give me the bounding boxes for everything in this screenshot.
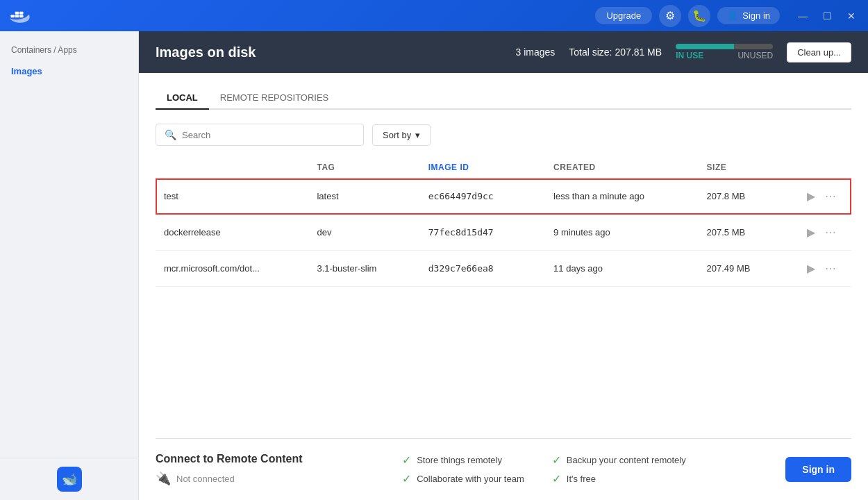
- maximize-button[interactable]: ☐: [819, 8, 836, 24]
- titlebar-right: Upgrade ⚙ 🐛 👤 Sign in — ☐ ✕: [595, 5, 860, 27]
- sidebar-nav: Containers / Apps Images: [0, 31, 138, 458]
- bottom-features: ✓ Store things remotely ✓ Collaborate wi…: [402, 453, 686, 485]
- svg-rect-3: [15, 11, 19, 14]
- row-action-more[interactable]: ▶: [804, 224, 818, 240]
- docker-logo: [8, 8, 31, 24]
- sidebar-containers-label: Containers / Apps: [11, 45, 77, 55]
- header-meta: 3 images Total size: 207.81 MB IN USE UN…: [515, 42, 851, 62]
- row-action-more[interactable]: ▶: [804, 188, 818, 204]
- bottom-panel: Connect to Remote Content 🔌 Not connecte…: [156, 438, 851, 486]
- check-icon: ✓: [402, 472, 411, 485]
- feature-text: Collaborate with your team: [417, 474, 524, 484]
- row-size: 207.49 MB: [699, 251, 796, 287]
- table-header: TAG IMAGE ID CREATED SIZE: [156, 157, 851, 178]
- content-header: Images on disk 3 images Total size: 207.…: [139, 31, 868, 73]
- row-created: less than a minute ago: [545, 178, 698, 215]
- usage-section: IN USE UNUSED: [676, 44, 773, 60]
- row-action-more[interactable]: ▶: [804, 260, 818, 276]
- feature-text: Backup your content remotely: [567, 455, 686, 465]
- settings-button[interactable]: ⚙: [659, 5, 681, 27]
- feature-item: ✓ Backup your content remotely: [552, 453, 686, 467]
- row-image-id: ec664497d9cc: [420, 178, 545, 215]
- usage-labels: IN USE UNUSED: [676, 51, 773, 60]
- col-created: CREATED: [545, 157, 698, 178]
- row-actions: ▶ ⋯: [796, 215, 851, 251]
- feature-text: It's free: [567, 474, 596, 484]
- table-row[interactable]: test latest ec664497d9cc less than a min…: [156, 178, 851, 215]
- row-action-menu[interactable]: ⋯: [822, 260, 839, 276]
- signin-button[interactable]: 👤 Sign in: [717, 7, 780, 24]
- feature-col-left: ✓ Store things remotely ✓ Collaborate wi…: [402, 453, 524, 485]
- row-actions: ▶ ⋯: [796, 251, 851, 287]
- sidebar-item-containers-apps[interactable]: Containers / Apps: [0, 40, 138, 60]
- image-count: 3 images: [515, 47, 555, 58]
- page-title: Images on disk: [156, 44, 256, 60]
- tab-local[interactable]: LOCAL: [156, 87, 209, 110]
- check-icon: ✓: [402, 453, 411, 467]
- images-table: TAG IMAGE ID CREATED SIZE test latest ec…: [156, 157, 851, 287]
- row-created: 9 minutes ago: [545, 215, 698, 251]
- app-body: Containers / Apps Images 🐋 Images on dis…: [0, 31, 868, 500]
- svg-rect-2: [19, 15, 24, 17]
- feature-text: Store things remotely: [417, 455, 502, 465]
- svg-rect-4: [19, 11, 24, 14]
- search-input[interactable]: [182, 130, 355, 140]
- feature-item: ✓ Collaborate with your team: [402, 472, 524, 485]
- row-size: 207.5 MB: [699, 215, 796, 251]
- sidebar-item-images[interactable]: Images: [0, 60, 138, 82]
- svg-rect-0: [10, 15, 15, 17]
- check-icon: ✓: [552, 472, 561, 485]
- titlebar: Upgrade ⚙ 🐛 👤 Sign in — ☐ ✕: [0, 0, 868, 31]
- row-name: test: [156, 178, 308, 215]
- row-action-menu[interactable]: ⋯: [822, 224, 839, 240]
- row-tag: latest: [308, 178, 419, 215]
- not-connected-icon: 🔌: [156, 471, 171, 486]
- feature-item: ✓ It's free: [552, 472, 686, 485]
- usage-bar-fill: [676, 44, 734, 49]
- docker-whale-icon: [8, 8, 31, 24]
- label-in-use: IN USE: [676, 51, 703, 60]
- row-action-menu[interactable]: ⋯: [822, 188, 839, 204]
- search-icon: 🔍: [165, 129, 176, 140]
- table-row[interactable]: dockerrelease dev 77fec8d15d47 9 minutes…: [156, 215, 851, 251]
- tabs: LOCAL REMOTE REPOSITORIES: [156, 87, 851, 110]
- feature-col-right: ✓ Backup your content remotely ✓ It's fr…: [552, 453, 686, 485]
- col-tag: TAG: [308, 157, 419, 178]
- row-name: mcr.microsoft.com/dot...: [156, 251, 308, 287]
- col-actions: [796, 157, 851, 178]
- usage-bar: [676, 44, 773, 49]
- label-unused: UNUSED: [737, 51, 773, 60]
- sort-label: Sort by: [383, 130, 411, 140]
- content-area: Images on disk 3 images Total size: 207.…: [139, 31, 868, 500]
- sidebar-bottom: 🐋: [0, 458, 138, 500]
- status-text: Not connected: [176, 474, 235, 484]
- window-controls: — ☐ ✕: [794, 8, 860, 24]
- feature-item: ✓ Store things remotely: [402, 453, 524, 467]
- row-size: 207.8 MB: [699, 178, 796, 215]
- chevron-down-icon: ▾: [415, 130, 420, 140]
- check-icon: ✓: [552, 453, 561, 467]
- tab-remote-repositories[interactable]: REMOTE REPOSITORIES: [209, 87, 340, 110]
- signin-bottom-button[interactable]: Sign in: [785, 457, 851, 482]
- upgrade-button[interactable]: Upgrade: [595, 7, 652, 24]
- sidebar-docker-icon: 🐋: [57, 467, 82, 492]
- svg-rect-1: [15, 15, 19, 17]
- table-row[interactable]: mcr.microsoft.com/dot... 3.1-buster-slim…: [156, 251, 851, 287]
- row-actions: ▶ ⋯: [796, 178, 851, 215]
- bug-button[interactable]: 🐛: [688, 5, 710, 27]
- sort-by-button[interactable]: Sort by ▾: [372, 124, 431, 146]
- col-image-id: IMAGE ID: [420, 157, 545, 178]
- cleanup-button[interactable]: Clean up...: [787, 42, 851, 62]
- bottom-title: Connect to Remote Content: [156, 453, 303, 465]
- col-name: [156, 157, 308, 178]
- bottom-status: 🔌 Not connected: [156, 471, 303, 486]
- sidebar: Containers / Apps Images 🐋: [0, 31, 139, 500]
- sidebar-images-label: Images: [11, 66, 42, 76]
- content-body: LOCAL REMOTE REPOSITORIES 🔍 Sort by ▾: [139, 73, 868, 500]
- bottom-left: Connect to Remote Content 🔌 Not connecte…: [156, 453, 303, 486]
- total-size: Total size: 207.81 MB: [569, 47, 662, 58]
- close-button[interactable]: ✕: [843, 8, 860, 24]
- row-created: 11 days ago: [545, 251, 698, 287]
- table-body: test latest ec664497d9cc less than a min…: [156, 178, 851, 287]
- minimize-button[interactable]: —: [794, 8, 812, 24]
